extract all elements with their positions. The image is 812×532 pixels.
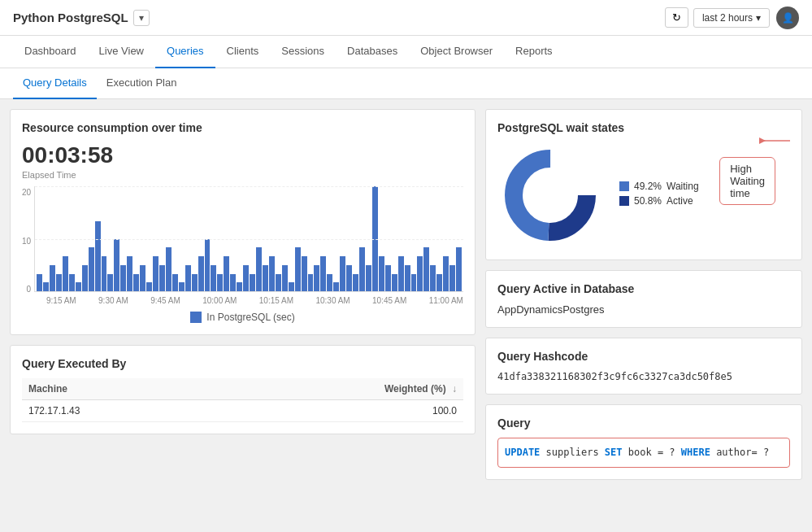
bar <box>405 265 410 291</box>
bar <box>102 256 107 291</box>
bar <box>166 247 172 291</box>
bar <box>172 274 178 292</box>
waiting-dot <box>619 181 629 191</box>
resource-card-title: Resource consumption over time <box>22 121 463 134</box>
content: Resource consumption over time 00:03:58 … <box>0 99 812 532</box>
sort-icon: ↓ <box>452 383 457 395</box>
nav-item-clients[interactable]: Clients <box>215 36 271 68</box>
bar <box>379 256 384 291</box>
y-label-mid: 10 <box>22 237 31 246</box>
svg-marker-4 <box>759 137 766 144</box>
elapsed-time-value: 00:03:58 <box>22 142 463 168</box>
active-dot <box>619 196 629 206</box>
nav-item-liveview[interactable]: Live View <box>88 36 155 68</box>
bar <box>95 221 101 291</box>
bar <box>282 265 288 291</box>
query-suppliers: suppliers <box>540 447 604 458</box>
bar <box>256 247 262 291</box>
bar <box>327 274 332 292</box>
header: Python PostgreSQL ▾ ↻ last 2 hours ▾ 👤 <box>0 0 812 36</box>
bar <box>295 247 301 291</box>
table-row: 172.17.1.43100.0 <box>22 400 463 422</box>
nav-item-queries[interactable]: Queries <box>155 36 215 68</box>
bar <box>423 247 429 291</box>
bar <box>436 274 442 292</box>
query-executed-table: Machine Weighted (%) ↓ 172.17.1.43100.0 <box>22 378 463 422</box>
bar <box>456 247 462 291</box>
query-where-val: author= ? <box>710 447 769 458</box>
query-code: UPDATE suppliers SET book = ? WHERE auth… <box>497 438 790 468</box>
donut-container: 49.2% Waiting 50.8% Active <box>497 142 790 248</box>
nav-item-dashboard[interactable]: Dashboard <box>13 36 88 68</box>
y-label-max: 20 <box>22 188 31 197</box>
bar <box>185 265 191 291</box>
bar <box>114 239 119 292</box>
nav-item-sessions[interactable]: Sessions <box>270 36 336 68</box>
x-label-2: 9:45 AM <box>150 296 180 305</box>
app-dropdown-button[interactable]: ▾ <box>133 10 150 26</box>
refresh-icon: ↻ <box>672 11 681 24</box>
bar <box>289 282 294 291</box>
chevron-down-icon: ▾ <box>756 12 761 24</box>
x-label-0: 9:15 AM <box>46 296 76 305</box>
bar <box>133 274 139 292</box>
col-machine: Machine <box>22 378 212 400</box>
user-icon: 👤 <box>782 12 794 24</box>
machine-cell: 172.17.1.43 <box>22 400 212 422</box>
nav-item-reports[interactable]: Reports <box>504 36 564 68</box>
bar <box>333 282 339 291</box>
bar <box>224 256 229 291</box>
bar <box>159 265 165 291</box>
x-label-1: 9:30 AM <box>98 296 128 305</box>
tooltip-text: High Waiting time <box>730 163 765 199</box>
kw-where: WHERE <box>681 447 710 458</box>
query-hashcode-title: Query Hashcode <box>497 350 790 363</box>
bar <box>314 265 319 291</box>
query-executed-card: Query Executed By Machine Weighted (%) ↓ <box>10 345 475 434</box>
bar <box>398 256 404 291</box>
right-panel: PostgreSQL wait states 49.2% Waiting <box>485 109 802 532</box>
donut-legend: 49.2% Waiting 50.8% Active <box>619 181 699 210</box>
time-range-button[interactable]: last 2 hours ▾ <box>693 8 770 28</box>
bar <box>120 265 126 291</box>
bar <box>320 256 326 291</box>
bar <box>449 265 455 291</box>
wait-states-card: PostgreSQL wait states 49.2% Waiting <box>485 109 802 260</box>
query-active-card: Query Active in Database AppDynamicsPost… <box>485 270 802 328</box>
app-title: Python PostgreSQL <box>13 11 128 24</box>
query-card-title: Query <box>497 416 790 430</box>
query-active-title: Query Active in Database <box>497 282 790 295</box>
refresh-button[interactable]: ↻ <box>665 7 688 28</box>
bar <box>82 265 88 291</box>
waiting-label: Waiting <box>667 181 699 192</box>
bar <box>340 256 345 291</box>
tab-execution-plan[interactable]: Execution Plan <box>97 68 187 99</box>
query-card: Query UPDATE suppliers SET book = ? WHER… <box>485 404 802 480</box>
user-button[interactable]: 👤 <box>776 7 799 29</box>
resource-consumption-card: Resource consumption over time 00:03:58 … <box>10 109 475 335</box>
bar <box>205 239 211 292</box>
bar <box>43 282 49 291</box>
table-body: 172.17.1.43100.0 <box>22 400 463 422</box>
bar <box>385 265 391 291</box>
bar <box>153 256 158 291</box>
x-labels: 9:15 AM 9:30 AM 9:45 AM 10:00 AM 10:15 A… <box>46 296 463 305</box>
nav-item-databases[interactable]: Databases <box>336 36 409 68</box>
col-weighted: Weighted (%) ↓ <box>212 378 463 400</box>
query-executed-title: Query Executed By <box>22 357 463 370</box>
x-label-5: 10:30 AM <box>315 296 350 305</box>
bar <box>359 247 365 291</box>
query-active-value: AppDynamicsPostgres <box>497 303 790 316</box>
nav-item-objectbrowser[interactable]: Object Browser <box>409 36 504 68</box>
bar <box>411 274 417 292</box>
bar <box>140 265 145 291</box>
bar <box>346 265 352 291</box>
bar <box>263 265 268 291</box>
bar <box>192 274 198 292</box>
query-hashcode-card: Query Hashcode 41dfa338321168302f3c9fc6c… <box>485 338 802 395</box>
bar <box>302 256 307 291</box>
tab-query-details[interactable]: Query Details <box>13 68 97 99</box>
donut-chart <box>497 142 603 248</box>
legend-waiting: 49.2% Waiting <box>619 181 699 192</box>
wait-states-title: PostgreSQL wait states <box>497 121 790 134</box>
